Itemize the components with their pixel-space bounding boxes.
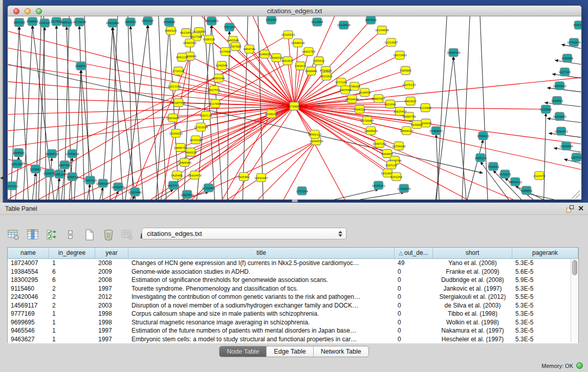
column-header-title[interactable]: title <box>128 248 395 258</box>
graph-node[interactable]: 6497568 <box>339 86 351 94</box>
cell-pagerank[interactable]: 5.3E-5 <box>512 326 578 335</box>
graph-node[interactable]: 9115460 <box>420 104 431 112</box>
graph-node[interactable]: 2087682 <box>365 16 377 24</box>
cell-short[interactable]: Nakamura et al. (1997) <box>433 326 512 335</box>
graph-node[interactable]: 18325419 <box>281 31 295 39</box>
cell-short[interactable]: Stergiakouli et al. (2012) <box>433 293 512 301</box>
graph-node[interactable]: 8860123 <box>165 27 177 35</box>
graph-node[interactable]: 10719183 <box>73 18 86 26</box>
cell-in-degree[interactable]: 1 <box>49 310 95 318</box>
cell-out-de-[interactable]: 0 <box>395 276 433 285</box>
graph-node[interactable]: 9155327 <box>39 19 51 27</box>
graph-node[interactable]: 9227343 <box>559 68 571 76</box>
panel-divider-handle[interactable] <box>292 200 298 202</box>
graph-node[interactable]: 10654112 <box>509 178 522 186</box>
cell-pagerank[interactable]: 5.9E-5 <box>512 276 578 285</box>
graph-node[interactable]: 19166822 <box>169 129 182 137</box>
graph-node[interactable]: 20206536 <box>45 149 58 158</box>
tab-node-table[interactable]: Node Table <box>220 346 267 357</box>
cell-out-de-[interactable]: 0 <box>395 335 433 344</box>
cell-short[interactable]: Franke et al. (2009) <box>433 268 512 276</box>
graph-node[interactable]: 8252254 <box>390 172 403 181</box>
graph-node[interactable]: 2060503 <box>13 148 25 157</box>
graph-node[interactable]: 8215958 <box>540 105 552 114</box>
graph-node[interactable]: 9558443 <box>477 132 489 140</box>
table-row[interactable]: 977716911998Corpus callosum shape and si… <box>8 310 578 318</box>
graph-node[interactable]: 1167534 <box>571 153 581 161</box>
cell-pagerank[interactable]: 5.3E-5 <box>512 335 578 344</box>
graph-node[interactable]: 15692971 <box>554 127 568 135</box>
table-row[interactable]: 1938455462009Genome-wide association stu… <box>8 268 578 276</box>
cell-out-de-[interactable]: 0 <box>395 293 433 301</box>
graph-node[interactable]: 9463627 <box>405 97 417 105</box>
graph-node[interactable]: 8555327 <box>142 17 154 25</box>
cell-pagerank[interactable]: 5.3E-5 <box>512 285 578 293</box>
cell-title[interactable]: Tourette syndrome. Phenomenology and cla… <box>128 285 395 293</box>
cell-year[interactable]: 1997 <box>95 326 128 335</box>
graph-node[interactable]: 7955812 <box>313 57 324 65</box>
table-row[interactable]: 1830029562008Estimation of significance … <box>8 276 578 285</box>
graph-node[interactable]: 7425402 <box>171 171 183 179</box>
graph-node[interactable]: 10688609 <box>364 126 377 135</box>
graph-node[interactable]: 18107554 <box>171 99 185 107</box>
cell-pagerank[interactable]: 5.3E-5 <box>512 318 578 327</box>
row-height-icon[interactable] <box>64 228 77 242</box>
graph-node[interactable]: 8624554 <box>359 89 371 97</box>
graph-node[interactable]: 15751074 <box>567 38 581 47</box>
cell-short[interactable]: Yano et al. (2008) <box>433 259 512 268</box>
graph-node[interactable]: 9152306 <box>11 160 23 168</box>
graph-node[interactable]: 18640910 <box>291 39 304 47</box>
graph-node[interactable]: 19654985 <box>166 114 179 122</box>
graph-node[interactable]: 6466161 <box>61 18 73 27</box>
graph-node[interactable]: 16495758 <box>402 112 416 120</box>
graph-node[interactable]: 9457771 <box>167 181 179 189</box>
cell-name[interactable]: 14569117 <box>8 301 49 310</box>
graph-node[interactable]: 7986322 <box>354 105 365 114</box>
graph-node[interactable]: 12093832 <box>553 82 566 90</box>
cell-out-de-[interactable]: 0 <box>395 285 433 293</box>
graph-node[interactable]: 9397588 <box>59 161 71 169</box>
graph-node[interactable]: 2367608 <box>230 42 242 51</box>
column-header-pagerank[interactable]: pagerank <box>512 248 578 258</box>
float-panel-icon[interactable] <box>567 205 574 212</box>
graph-node[interactable]: 18300295 <box>265 110 278 118</box>
cell-name[interactable]: 18724007 <box>8 259 49 268</box>
table-options-icon[interactable] <box>7 228 20 242</box>
cell-in-degree[interactable]: 1 <box>49 326 95 335</box>
cell-year[interactable]: 1997 <box>95 285 128 293</box>
resize-grip-icon[interactable] <box>572 190 580 199</box>
cell-pagerank[interactable]: 5.5E-5 <box>512 293 578 301</box>
graph-node[interactable]: 8822037 <box>282 57 294 65</box>
table-row[interactable]: 969969511998Structural magnetic resonanc… <box>8 318 578 327</box>
graph-node[interactable]: 2718120 <box>172 67 184 75</box>
delete-table-icon[interactable] <box>121 228 134 242</box>
graph-node[interactable]: 12923448 <box>128 188 142 196</box>
graph-node[interactable]: 8186328 <box>203 35 215 43</box>
cell-pagerank[interactable]: 5.3E-5 <box>512 301 578 310</box>
graph-node[interactable]: 10973493 <box>393 51 406 59</box>
graph-node[interactable]: 9175685 <box>220 48 231 56</box>
cell-title[interactable]: Estimation of significance thresholds fo… <box>128 276 395 285</box>
graph-node[interactable]: 1065583 <box>124 18 136 26</box>
graph-node[interactable]: 18807249 <box>373 139 386 147</box>
graph-node[interactable]: 1572357 <box>266 16 277 24</box>
graph-node[interactable]: 2803144 <box>213 74 225 82</box>
graph-node[interactable]: 7025462 <box>238 172 250 181</box>
cell-year[interactable]: 2008 <box>95 276 128 285</box>
cell-name[interactable]: 9115460 <box>8 285 49 293</box>
graph-node[interactable]: 9245652 <box>520 186 532 194</box>
column-header-name[interactable]: name <box>8 248 49 258</box>
graph-node[interactable]: 8678334 <box>190 136 202 144</box>
graph-node[interactable]: 9242844 <box>216 61 228 70</box>
scrollbar-thumb[interactable] <box>572 260 577 275</box>
graph-node[interactable]: 15688520 <box>270 54 283 62</box>
table-row[interactable]: 946554611997Estimation of the future num… <box>8 326 578 335</box>
graph-node[interactable]: 1615132 <box>385 161 397 169</box>
graph-node[interactable]: 15716485 <box>202 184 215 192</box>
graph-node[interactable]: 9117003 <box>209 100 221 108</box>
graph-node[interactable]: 1115681 <box>30 165 41 173</box>
graph-node[interactable]: 18724007 <box>288 102 301 111</box>
table-row[interactable]: 946362711997Embryonic stem cells: a mode… <box>8 335 578 344</box>
table-type-segmented-control[interactable]: Node TableEdge TableNetwork Table <box>219 346 368 357</box>
graph-node[interactable]: 2160533 <box>75 62 87 70</box>
